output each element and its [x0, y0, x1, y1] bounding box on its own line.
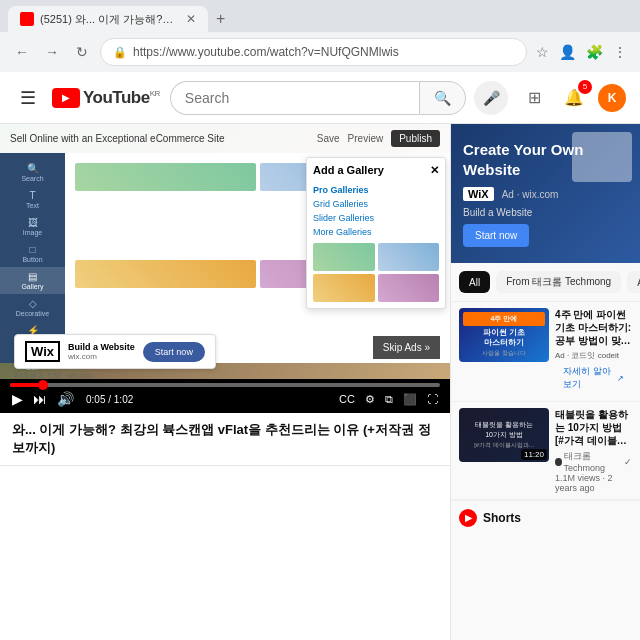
related-item-2[interactable]: 태블릿을 활용하는10가지 방법 [#가격 데이블시럽과... 11:20 태블… [451, 402, 640, 500]
view-more-link[interactable]: 자세히 알아보기 ↗ [555, 361, 632, 395]
gallery-prev-1[interactable] [313, 243, 375, 271]
thumb-duration: 11:20 [521, 449, 547, 460]
youtube-header: ☰ YouTubeKR 🔍 🎤 ⊞ 🔔 5 K [0, 72, 640, 124]
wix-sidebar-decorative[interactable]: ◇Decorative [0, 294, 65, 321]
wix-sidebar-image[interactable]: 🖼Image [0, 213, 65, 240]
play-button[interactable]: ▶ [10, 389, 25, 409]
gallery-thumb-1 [75, 163, 256, 191]
sidebar-right: Create Your Own Website WiX Ad · wix.com… [450, 124, 640, 640]
tab-close-btn[interactable]: ✕ [186, 12, 196, 26]
wix-panel-close[interactable]: ✕ [430, 164, 439, 177]
wix-publish-btn[interactable]: Publish [391, 130, 440, 147]
sidebar-ad-logo: WiX [463, 187, 494, 201]
grid-icon-btn[interactable]: ⊞ [518, 82, 550, 114]
filter-techmong[interactable]: From 태크롬 Techmong [496, 271, 621, 293]
lock-icon: 🔒 [113, 46, 127, 59]
search-input[interactable] [170, 81, 419, 115]
shorts-section: ▶ Shorts [451, 500, 640, 535]
related-stats-2: 1.1M views · 2 years ago [555, 473, 632, 493]
gallery-prev-3[interactable] [313, 274, 375, 302]
user-avatar[interactable]: K [598, 84, 626, 112]
url-bar[interactable]: 🔒 https://www.youtube.com/watch?v=NUfQGN… [100, 38, 527, 66]
wix-panel-header: Add a Gallery ✕ [313, 164, 439, 177]
ad-url: wix.com [68, 352, 135, 361]
wix-header-text: Sell Online with an Exceptional eCommerc… [10, 133, 225, 144]
related-item-ad[interactable]: 4주 만에 파이썬 기초마스터하기 사람을 찾습니다 4주 만에 파이썬 기초 … [451, 302, 640, 402]
video-title: 와... 이게 가능해? 최강의 뷱스캔앱 vFlat을 추천드리는 이유 (+… [12, 421, 438, 457]
sidebar-ad: Create Your Own Website WiX Ad · wix.com… [451, 124, 640, 263]
miniplayer-button[interactable]: ⧉ [383, 391, 395, 408]
back-btn[interactable]: ← [10, 40, 34, 64]
wix-sidebar: 🔍Search TText 🖼Image □Button ▤Gallery ◇D… [0, 153, 65, 363]
gallery-option-grid[interactable]: Grid Galleries [313, 197, 439, 211]
wix-sidebar-button[interactable]: □Button [0, 240, 65, 267]
channel-badge [555, 458, 562, 466]
wix-header-right: Save Preview Publish [317, 130, 440, 147]
main-content: Sell Online with an Exceptional eCommerc… [0, 124, 640, 640]
ad-label: Ad 1 of 2 · 0:57 · wix.com [14, 372, 93, 379]
video-player: Sell Online with an Exceptional eCommerc… [0, 124, 450, 413]
external-link-icon: ↗ [617, 374, 624, 383]
gallery-option-pro[interactable]: Pro Galleries [313, 183, 439, 197]
controls-row: ▶ ⏭ 🔊 0:05 / 1:02 CC ⚙ ⧉ ⬛ ⛶ [10, 389, 440, 409]
bookmark-icon[interactable]: ☆ [533, 41, 552, 63]
related-channel-2: 태크롬 Techmong ✓ [555, 450, 632, 473]
gallery-prev-4[interactable] [378, 274, 440, 302]
related-meta-ad: Ad · 코드잇 codeit [555, 350, 632, 361]
ad-wix-logo: Wix [25, 341, 60, 362]
related-info-2: 태블릿을 활용하는 10가지 방법 [#가격 데이블시럽과 아이패드... 태크… [555, 408, 632, 493]
mute-button[interactable]: 🔊 [55, 389, 76, 409]
search-button[interactable]: 🔍 [419, 81, 466, 115]
forward-btn[interactable]: → [40, 40, 64, 64]
country-code: KR [150, 89, 160, 98]
wix-main: Add a Gallery ✕ Pro Galleries Grid Galle… [65, 153, 450, 363]
youtube-logo[interactable]: YouTubeKR [52, 88, 160, 108]
profile-icon[interactable]: 👤 [556, 41, 579, 63]
wix-sidebar-text[interactable]: TText [0, 186, 65, 213]
ad-title: Build a Website [68, 342, 135, 352]
ad-text: Build a Website wix.com [68, 342, 135, 361]
filter-all[interactable]: All [459, 271, 490, 293]
sidebar-ad-build: Build a Website [463, 207, 628, 218]
progress-bar[interactable] [10, 383, 440, 387]
mic-button[interactable]: 🎤 [474, 81, 508, 115]
gallery-option-more[interactable]: More Galleries [313, 225, 439, 239]
tab-bar: (5251) 와... 이게 가능해? 최고의 뷱... ✕ + [0, 0, 640, 32]
wix-save-label: Save [317, 133, 340, 144]
filter-apple[interactable]: Apple [627, 271, 640, 293]
wix-sidebar-gallery[interactable]: ▤Gallery [0, 267, 65, 294]
browser-actions: ☆ 👤 🧩 ⋮ [533, 41, 630, 63]
gallery-prev-2[interactable] [378, 243, 440, 271]
active-tab[interactable]: (5251) 와... 이게 가능해? 최고의 뷱... ✕ [8, 6, 208, 32]
theater-button[interactable]: ⬛ [401, 391, 419, 408]
gallery-option-slider[interactable]: Slider Galleries [313, 211, 439, 225]
video-area: Sell Online with an Exceptional eCommerc… [0, 124, 450, 640]
captions-button[interactable]: CC [337, 391, 357, 407]
menu-button[interactable]: ☰ [14, 83, 42, 113]
header-actions: ⊞ 🔔 5 K [518, 82, 626, 114]
ad-banner: Wix Build a Website wix.com Start now [14, 334, 216, 369]
video-screen[interactable]: Sell Online with an Exceptional eCommerc… [0, 124, 450, 379]
sidebar-ad-start-btn[interactable]: Start now [463, 224, 529, 247]
related-thumb-tablet: 태블릿을 활용하는10가지 방법 [#가격 데이블시럽과... 11:20 [459, 408, 549, 462]
new-tab-btn[interactable]: + [212, 10, 229, 28]
fullscreen-button[interactable]: ⛶ [425, 391, 440, 407]
ad-start-button[interactable]: Start now [143, 342, 205, 362]
wix-sidebar-search[interactable]: 🔍Search [0, 159, 65, 186]
related-meta-2: 태크롬 Techmong ✓ [555, 450, 632, 473]
skip-back-button[interactable]: ⏭ [31, 389, 49, 409]
youtube-logo-icon [52, 88, 80, 108]
extensions-icon[interactable]: 🧩 [583, 41, 606, 63]
search-wrap: 🔍 🎤 [170, 81, 508, 115]
wix-header: Sell Online with an Exceptional eCommerc… [0, 124, 450, 153]
more-icon[interactable]: ⋮ [610, 41, 630, 63]
skip-ad-button[interactable]: Skip Ads » [373, 336, 440, 359]
wix-panel: Add a Gallery ✕ Pro Galleries Grid Galle… [306, 157, 446, 309]
tab-title: (5251) 와... 이게 가능해? 최고의 뷱... [40, 12, 176, 27]
settings-button[interactable]: ⚙ [363, 391, 377, 408]
gallery-preview-grid [313, 243, 439, 302]
refresh-btn[interactable]: ↻ [70, 40, 94, 64]
related-title-ad: 4주 만에 파이썬 기초 마스터하기: 공부 방법이 맞고 지금 시작하세요. … [555, 308, 632, 347]
browser-chrome: (5251) 와... 이게 가능해? 최고의 뷱... ✕ + ← → ↻ 🔒… [0, 0, 640, 72]
related-title-2: 태블릿을 활용하는 10가지 방법 [#가격 데이블시럽과 아이패드... [555, 408, 632, 447]
